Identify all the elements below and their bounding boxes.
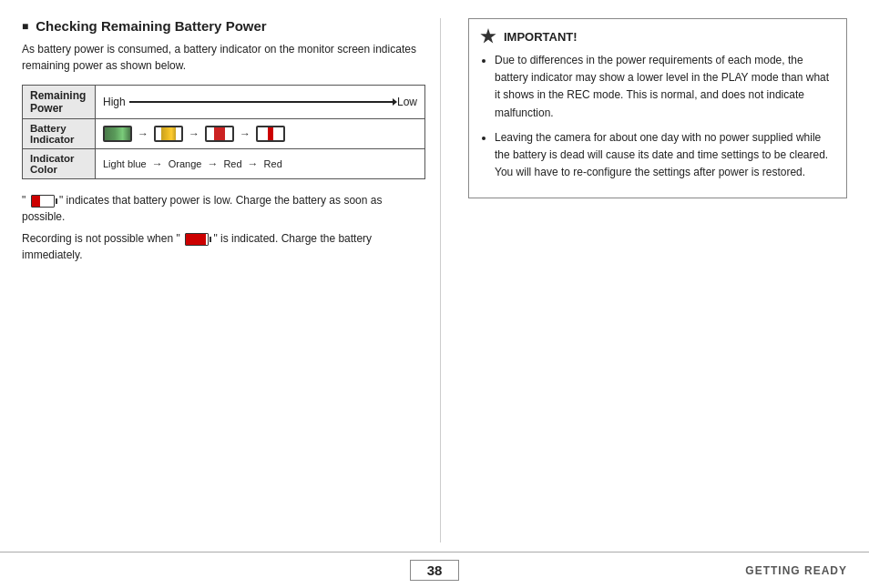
left-column: Checking Remaining Battery Power As batt… [22, 18, 441, 542]
remaining-power-header: Remaining Power [23, 86, 96, 119]
important-item-2: Leaving the camera for about one day wit… [495, 129, 835, 182]
footnote1-post: " indicates that battery power is low. C… [22, 194, 382, 223]
battery-table: Remaining Power High Low Battery Indicat… [22, 85, 425, 179]
important-box: IMPORTANT! Due to differences in the pow… [468, 18, 847, 198]
footnote1-pre: " [22, 194, 26, 207]
low-label: Low [397, 96, 417, 108]
getting-ready-label: GETTING READY [745, 564, 847, 577]
arrow3: → [240, 127, 250, 140]
page-number: 38 [410, 560, 460, 581]
section-title: Checking Remaining Battery Power [22, 18, 425, 34]
footnote2-pre: Recording is not possible when " [22, 232, 180, 245]
battery-icon-half [154, 126, 183, 142]
footnote2: Recording is not possible when " " is in… [22, 230, 425, 263]
color-row-cell: Light blue → Orange → Red → Red [103, 156, 417, 172]
footer-right: GETTING READY [459, 564, 847, 577]
battery-indicator-cell: → → → [96, 119, 425, 149]
important-header: IMPORTANT! [480, 28, 835, 45]
orange-label: Orange [169, 158, 202, 169]
intro-text: As battery power is consumed, a battery … [22, 41, 425, 74]
battery-inline-low [31, 195, 55, 208]
battery-icon-low [205, 126, 234, 142]
remaining-power-row: Remaining Power High Low [23, 86, 425, 119]
important-item-1: Due to differences in the power requirem… [495, 52, 835, 122]
battery-indicator-header: Battery Indicator [23, 119, 96, 149]
power-line [129, 101, 394, 103]
content-area: Checking Remaining Battery Power As batt… [0, 0, 869, 552]
footer: 38 GETTING READY [0, 552, 869, 588]
important-list: Due to differences in the power requirem… [480, 52, 835, 181]
footer-center: 38 [410, 560, 460, 581]
indicator-color-row: Indicator Color Light blue → Orange → Re… [23, 149, 425, 179]
page-container: Checking Remaining Battery Power As batt… [0, 0, 869, 588]
important-label: IMPORTANT! [504, 30, 578, 44]
red2-label: Red [264, 158, 282, 169]
arrow2: → [189, 127, 199, 140]
remaining-power-cell: High Low [96, 86, 425, 119]
light-blue-label: Light blue [103, 158, 147, 169]
arrow5: → [207, 157, 218, 170]
arrow4: → [152, 157, 163, 170]
battery-inline-empty [185, 233, 209, 246]
battery-indicator-row: Battery Indicator → → [23, 119, 425, 149]
indicator-color-cell: Light blue → Orange → Red → Red [96, 149, 425, 179]
battery-icon-full [103, 126, 132, 142]
arrow1: → [138, 127, 148, 140]
red1-label: Red [223, 158, 241, 169]
arrow6: → [248, 157, 259, 170]
battery-icon-empty [256, 126, 285, 142]
star-icon [480, 28, 496, 45]
indicator-cell: → → → [103, 124, 417, 144]
footnote1: " " indicates that battery power is low.… [22, 192, 425, 225]
indicator-color-header: Indicator Color [23, 149, 96, 179]
right-column: IMPORTANT! Due to differences in the pow… [459, 18, 847, 542]
high-label: High [103, 96, 126, 108]
